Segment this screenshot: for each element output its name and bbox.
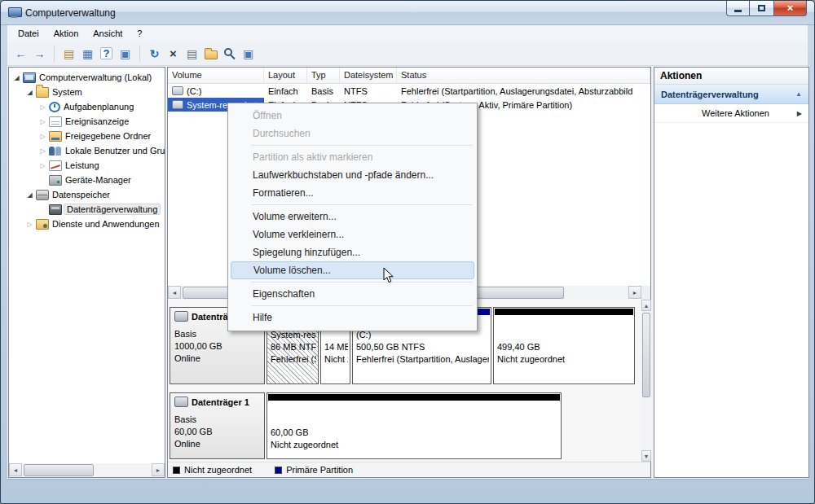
two-pane-view-button[interactable]: ▣ <box>116 44 134 63</box>
expander-icon[interactable] <box>24 87 35 98</box>
actions-panel: Aktionen Datenträgerverwaltung Weitere A… <box>654 67 809 478</box>
task-scheduler-icon <box>49 102 60 112</box>
scroll-down-button[interactable] <box>641 450 651 462</box>
expander-icon[interactable] <box>37 160 48 171</box>
partition-color-strip <box>268 394 560 401</box>
scroll-thumb[interactable] <box>24 464 94 476</box>
menu-item-volume-erweitern[interactable]: Volume erweitern... <box>228 208 477 226</box>
legend-primary-partition: Primäre Partition <box>273 465 353 475</box>
refresh-button[interactable]: ↻ <box>145 44 164 63</box>
tree-item-dienste-und-anwendungen[interactable]: Dienste und Anwendungen <box>9 217 165 231</box>
delete-button[interactable]: × <box>164 44 183 63</box>
expander-icon[interactable] <box>37 131 48 142</box>
tree-item-geraete-manager[interactable]: Geräte-Manager <box>9 173 165 187</box>
more-actions-item[interactable]: Weitere Aktionen <box>654 104 808 123</box>
column-header-layout[interactable]: Layout <box>264 68 307 83</box>
column-header-volume[interactable]: Volume <box>168 68 264 83</box>
menu-item-volume-verkleinern[interactable]: Volume verkleinern... <box>228 226 477 243</box>
menu-item-partition-aktiv-markieren: Partition als aktiv markieren <box>228 148 477 166</box>
menu-aktion[interactable]: Aktion <box>46 27 86 40</box>
tree-item-datenspeicher[interactable]: Datenspeicher <box>9 187 165 202</box>
menu-item-durchsuchen: Durchsuchen <box>228 125 477 142</box>
scroll-right-button[interactable] <box>152 463 165 476</box>
toolbar-separator <box>139 46 140 62</box>
explore-folder-button[interactable] <box>201 44 220 63</box>
help-button[interactable]: ? <box>97 44 116 63</box>
disk-1-label[interactable]: Datenträger 1 Basis 60,00 GB Online <box>170 392 265 459</box>
minimize-icon <box>734 10 742 12</box>
column-header-typ[interactable]: Typ <box>307 68 340 83</box>
menu-item-volume-loeschen[interactable]: Volume löschen... <box>231 261 474 279</box>
tree-item-datentraegerverwaltung[interactable]: Datenträgerverwaltung <box>9 202 165 217</box>
scroll-thumb[interactable] <box>642 313 650 397</box>
actions-group-datentraegerverwaltung[interactable]: Datenträgerverwaltung <box>654 85 808 104</box>
tree-item-freigegebene-ordner[interactable]: Freigegebene Ordner <box>9 129 165 143</box>
scroll-right-button[interactable] <box>628 286 641 299</box>
menu-item-hilfe[interactable]: Hilfe <box>228 309 477 327</box>
expander-icon[interactable] <box>24 190 35 200</box>
console-tree-button[interactable]: ▦ <box>78 44 97 63</box>
tree-horizontal-scrollbar[interactable] <box>9 463 165 477</box>
partition-unallocated-disk1[interactable]: 60,00 GB Nicht zugeordnet <box>267 392 562 459</box>
search-button[interactable] <box>220 44 239 63</box>
column-header-dateisystem[interactable]: Dateisystem <box>340 68 397 83</box>
menu-datei[interactable]: Datei <box>11 27 46 40</box>
tree-item-lokale-benutzer[interactable]: Lokale Benutzer und Gruppen <box>9 143 165 158</box>
titlebar[interactable]: Computerverwaltung <box>1 1 814 25</box>
menu-item-spiegelung-hinzufuegen[interactable]: Spiegelung hinzufügen... <box>228 243 477 261</box>
expander-icon[interactable] <box>37 102 48 112</box>
menu-ansicht[interactable]: Ansicht <box>86 27 130 40</box>
partition-unallocated-disk0[interactable]: 499,40 GB Nicht zugeordnet <box>493 307 635 384</box>
legend-bar: Nicht zugeordnet Primäre Partition <box>168 462 650 477</box>
console-tree-panel: Computerverwaltung (Lokal) System Aufgab… <box>8 67 165 478</box>
expander-icon[interactable] <box>37 116 48 127</box>
tree-item-computerverwaltung[interactable]: Computerverwaltung (Lokal) <box>9 70 165 85</box>
menubar: Datei Aktion Ansicht ? <box>7 25 808 42</box>
status-cell: Fehlerfrei (Startpartition, Auslagerungs… <box>397 84 650 98</box>
expander-icon <box>37 204 48 215</box>
volume-row-c[interactable]: (C:) Einfach Basis NTFS Fehlerfrei (Star… <box>168 84 650 98</box>
performance-icon <box>49 160 62 171</box>
menu-separator <box>251 145 473 146</box>
back-button[interactable]: ← <box>11 44 30 63</box>
properties-button[interactable]: ▤ <box>183 44 201 63</box>
scroll-left-button[interactable] <box>9 463 22 476</box>
storage-icon <box>36 190 49 200</box>
maximize-icon <box>758 5 765 11</box>
expander-icon[interactable] <box>37 146 48 156</box>
tree-item-aufgabenplanung[interactable]: Aufgabenplanung <box>9 99 165 114</box>
frame-divider <box>7 479 808 480</box>
console-settings-button[interactable]: ▣ <box>239 44 258 63</box>
disk-icon <box>174 311 188 322</box>
export-list-button[interactable]: ▤ <box>59 44 78 63</box>
expander-icon[interactable] <box>11 72 22 83</box>
computer-management-window: Computerverwaltung Datei Aktion Ansicht … <box>0 0 815 504</box>
help-icon: ? <box>100 47 112 59</box>
forward-icon: → <box>34 48 46 59</box>
layout-cell: Einfach <box>264 84 307 98</box>
menu-item-laufwerkbuchstaben-aendern[interactable]: Laufwerkbuchstaben und -pfade ändern... <box>228 166 477 184</box>
volume-icon <box>172 100 183 109</box>
maximize-button[interactable] <box>750 1 773 16</box>
menu-item-eigenschaften[interactable]: Eigenschaften <box>228 285 477 303</box>
scroll-up-button[interactable] <box>641 300 651 311</box>
console-settings-icon: ▣ <box>243 48 253 59</box>
device-manager-icon <box>49 175 62 186</box>
graphic-vertical-scrollbar[interactable] <box>641 300 651 462</box>
actions-panel-title: Aktionen <box>654 68 808 85</box>
scroll-left-button[interactable] <box>168 286 181 299</box>
expander-icon[interactable] <box>24 219 35 230</box>
tree-item-leistung[interactable]: Leistung <box>9 158 165 173</box>
menu-item-formatieren[interactable]: Formatieren... <box>228 184 477 202</box>
menu-hilfe[interactable]: ? <box>130 27 149 40</box>
minimize-button[interactable] <box>726 1 750 16</box>
search-icon <box>224 48 232 56</box>
app-icon <box>8 7 20 18</box>
column-header-status[interactable]: Status <box>397 68 650 83</box>
forward-button[interactable]: → <box>30 44 49 63</box>
tree-item-ereignisanzeige[interactable]: Ereignisanzeige <box>9 114 165 129</box>
expander-icon <box>37 175 48 186</box>
folder-icon <box>36 87 49 98</box>
tree-item-system[interactable]: System <box>9 85 165 99</box>
close-button[interactable] <box>773 1 807 16</box>
